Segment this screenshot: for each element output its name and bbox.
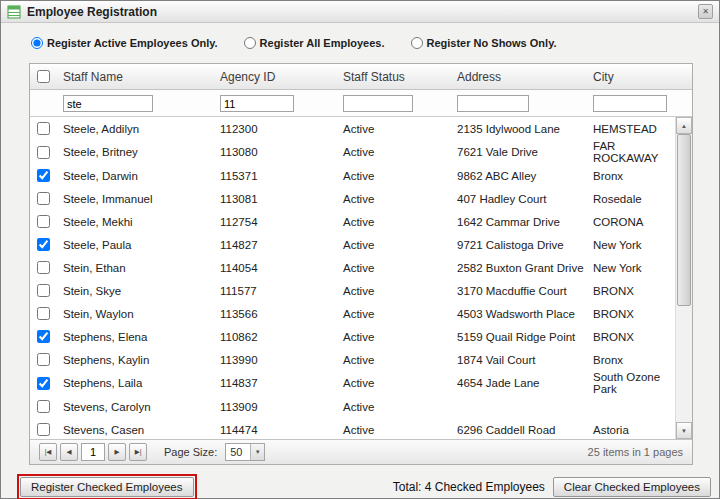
cell-staff-name: Stein, Waylon (56, 308, 213, 320)
cell-staff-name: Steele, Immanuel (56, 193, 213, 205)
radio-label: Register No Shows Only. (427, 37, 557, 49)
table-row: Stephens, Elena 110862 Active 5159 Quail… (30, 325, 675, 348)
cell-city: Astoria (586, 424, 675, 436)
radio-register-all-input[interactable] (244, 37, 256, 49)
radio-register-active-input[interactable] (31, 37, 43, 49)
filter-city-input[interactable] (593, 95, 667, 112)
chevron-down-icon[interactable]: ▼ (250, 444, 264, 460)
cell-agency-id: 115371 (213, 170, 336, 182)
row-checkbox[interactable] (37, 284, 50, 297)
total-checked-label: Total: 4 Checked Employees (393, 480, 545, 494)
row-checkbox[interactable] (37, 330, 50, 343)
row-checkbox[interactable] (37, 261, 50, 274)
row-checkbox[interactable] (37, 238, 50, 251)
row-checkbox[interactable] (37, 169, 50, 182)
cell-staff-name: Stevens, Carolyn (56, 401, 213, 413)
cell-staff-name: Stevens, Casen (56, 424, 213, 436)
grid-filter-row (30, 90, 692, 117)
cell-staff-name: Stephens, Kaylin (56, 354, 213, 366)
filter-staff-status-input[interactable] (343, 95, 413, 112)
cell-address: 9862 ABC Alley (450, 170, 586, 182)
page-size-label: Page Size: (164, 446, 217, 458)
table-row: Stevens, Carolyn 113909 Active (30, 395, 675, 418)
pager-prev-icon[interactable]: ◀ (60, 443, 78, 461)
row-checkbox[interactable] (37, 377, 50, 390)
page-size-value: 50 (226, 444, 250, 460)
cell-address: 2582 Buxton Grant Drive (450, 262, 586, 274)
cell-staff-status: Active (336, 262, 450, 274)
column-header-staff-name[interactable]: Staff Name (56, 70, 213, 84)
cell-agency-id: 111577 (213, 285, 336, 297)
cell-staff-status: Active (336, 193, 450, 205)
radio-label: Register All Employees. (260, 37, 385, 49)
select-all-checkbox[interactable] (37, 70, 50, 83)
cell-staff-name: Steele, Addilyn (56, 123, 213, 135)
table-row: Steele, Mekhi 112754 Active 1642 Cammar … (30, 210, 675, 233)
scrollbar-down-icon[interactable]: ▼ (676, 422, 692, 439)
cell-staff-status: Active (336, 354, 450, 366)
row-checkbox[interactable] (37, 146, 50, 159)
cell-staff-status: Active (336, 170, 450, 182)
row-checkbox[interactable] (37, 192, 50, 205)
radio-register-active[interactable]: Register Active Employees Only. (31, 37, 218, 49)
table-row: Steele, Immanuel 113081 Active 407 Hadle… (30, 187, 675, 210)
pager-last-icon[interactable]: ▶| (129, 443, 147, 461)
cell-agency-id: 114827 (213, 239, 336, 251)
cell-address: 3170 Macduffie Court (450, 285, 586, 297)
pager-first-icon[interactable]: |◀ (39, 443, 57, 461)
app-icon (7, 5, 21, 19)
filter-agency-id-input[interactable] (220, 95, 294, 112)
cell-city: Bronx (586, 354, 675, 366)
cell-agency-id: 113080 (213, 146, 336, 158)
cell-address: 5159 Quail Ridge Point (450, 331, 586, 343)
row-checkbox[interactable] (37, 122, 50, 135)
table-row: Stephens, Kaylin 113990 Active 1874 Vail… (30, 348, 675, 371)
register-button-highlight: Register Checked Employees (17, 474, 197, 499)
scrollbar-up-icon[interactable]: ▲ (676, 117, 692, 134)
cell-city: Rosedale (586, 193, 675, 205)
filter-staff-name-input[interactable] (63, 95, 153, 112)
row-checkbox[interactable] (37, 215, 50, 228)
radio-register-noshows-input[interactable] (411, 37, 423, 49)
cell-staff-status: Active (336, 123, 450, 135)
close-icon[interactable]: ✕ (698, 4, 713, 19)
table-row: Stein, Skye 111577 Active 3170 Macduffie… (30, 279, 675, 302)
cell-staff-name: Stephens, Laila (56, 377, 213, 389)
column-header-agency-id[interactable]: Agency ID (213, 70, 336, 84)
column-header-city[interactable]: City (586, 70, 692, 84)
filter-address-input[interactable] (457, 95, 529, 112)
row-checkbox[interactable] (37, 423, 50, 436)
cell-staff-name: Stephens, Elena (56, 331, 213, 343)
column-header-staff-status[interactable]: Staff Status (336, 70, 450, 84)
cell-staff-name: Steele, Britney (56, 146, 213, 158)
row-checkbox[interactable] (37, 400, 50, 413)
table-row: Steele, Addilyn 112300 Active 2135 Idylw… (30, 117, 675, 140)
table-row: Stevens, Casen 114474 Active 6296 Caddel… (30, 418, 675, 439)
cell-staff-status: Active (336, 146, 450, 158)
cell-staff-status: Active (336, 331, 450, 343)
clear-checked-employees-button[interactable]: Clear Checked Employees (553, 477, 711, 497)
radio-register-all[interactable]: Register All Employees. (244, 37, 385, 49)
row-checkbox[interactable] (37, 307, 50, 320)
grid-pager: |◀ ◀ ▶ ▶| Page Size: 50 ▼ 25 items in 1 … (30, 439, 692, 464)
scrollbar-thumb[interactable] (677, 134, 691, 306)
cell-agency-id: 112300 (213, 123, 336, 135)
cell-agency-id: 110862 (213, 331, 336, 343)
cell-city: BRONX (586, 331, 675, 343)
pager-next-icon[interactable]: ▶ (108, 443, 126, 461)
radio-register-noshows[interactable]: Register No Shows Only. (411, 37, 557, 49)
row-checkbox[interactable] (37, 353, 50, 366)
cell-city: South Ozone Park (586, 371, 675, 395)
page-size-dropdown[interactable]: 50 ▼ (225, 443, 265, 461)
cell-agency-id: 113566 (213, 308, 336, 320)
vertical-scrollbar[interactable]: ▲ ▼ (675, 117, 692, 439)
cell-staff-name: Steele, Mekhi (56, 216, 213, 228)
column-header-address[interactable]: Address (450, 70, 586, 84)
table-row: Stein, Ethan 114054 Active 2582 Buxton G… (30, 256, 675, 279)
pager-page-input[interactable] (81, 443, 105, 461)
cell-address: 1874 Vail Court (450, 354, 586, 366)
cell-agency-id: 113081 (213, 193, 336, 205)
cell-address: 1642 Cammar Drive (450, 216, 586, 228)
cell-city: New York (586, 262, 675, 274)
register-checked-employees-button[interactable]: Register Checked Employees (20, 477, 194, 497)
